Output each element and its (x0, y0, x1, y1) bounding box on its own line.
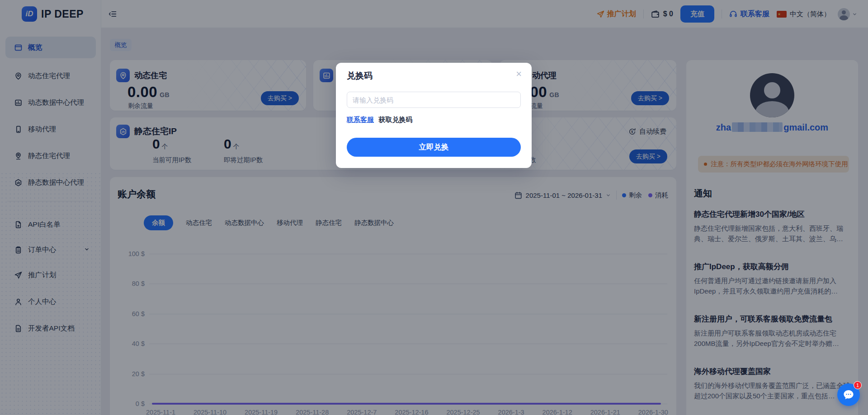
chat-icon (842, 388, 855, 401)
redeem-help-text: 获取兑换码 (378, 116, 412, 123)
modal-title: 兑换码 (347, 70, 373, 82)
chat-widget-button[interactable]: 1 (837, 383, 860, 406)
redeem-code-input[interactable] (347, 92, 521, 108)
redeem-code-modal: 兑换码 × 联系客服 获取兑换码 立即兑换 (336, 63, 532, 168)
unread-badge: 1 (854, 381, 862, 389)
contact-support-link[interactable]: 联系客服 (347, 116, 374, 123)
close-icon[interactable]: × (514, 67, 524, 81)
redeem-help-row: 联系客服 获取兑换码 (347, 116, 412, 124)
app-root: iD IP DEEP 概览 动态住宅代理 动态数据中心代理 移动代理 静态住宅代… (0, 0, 868, 415)
modal-backdrop[interactable] (0, 0, 868, 415)
redeem-submit-button[interactable]: 立即兑换 (347, 138, 521, 157)
